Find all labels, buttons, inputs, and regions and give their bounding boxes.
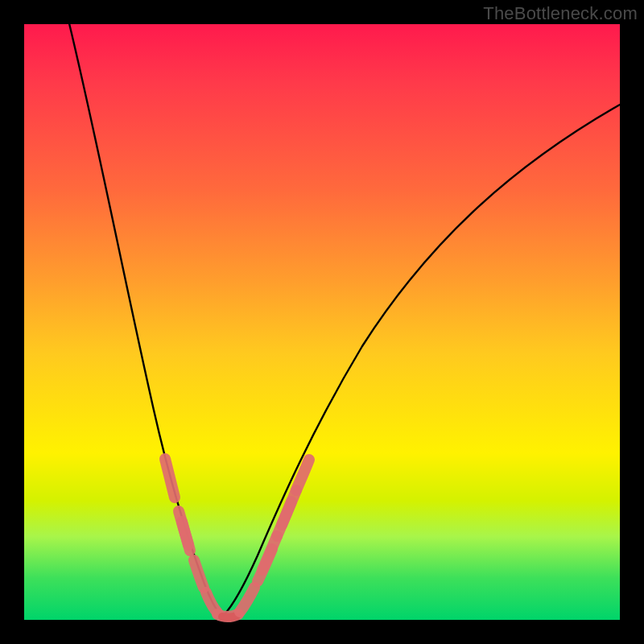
curve-layer	[24, 24, 620, 620]
curve-left-branch	[68, 20, 222, 617]
markers-right	[240, 460, 309, 612]
plot-area	[24, 24, 620, 620]
chart-frame: TheBottleneck.com	[0, 0, 644, 644]
markers-left	[165, 459, 238, 617]
curve-right-branch	[222, 105, 620, 617]
watermark-text: TheBottleneck.com	[483, 3, 638, 24]
